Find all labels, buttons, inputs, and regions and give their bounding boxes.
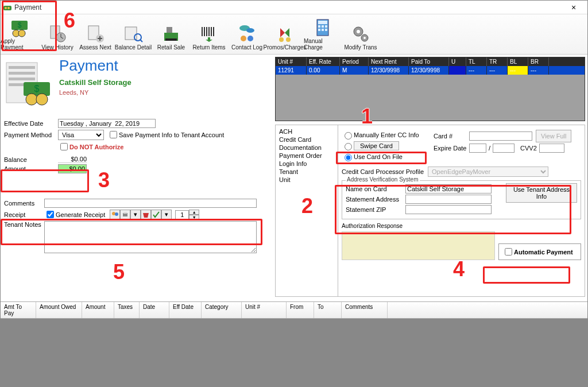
copies-down[interactable]: ▼ — [189, 215, 199, 220]
unit-col-header[interactable]: Paid To — [409, 57, 449, 66]
save-payment-checkbox[interactable] — [110, 131, 117, 138]
detail-col-header[interactable]: Taxes — [114, 302, 140, 318]
detail-col-header[interactable]: Amount Owed — [36, 302, 82, 318]
detail-col-header[interactable]: Eff Date — [169, 302, 202, 318]
promos-charges-button[interactable]: Promos/Charges — [266, 22, 304, 53]
unit-col-header[interactable]: BL — [508, 57, 528, 66]
people-mini-button[interactable] — [110, 210, 120, 220]
use-tenant-address-button[interactable]: Use Tenant Address Info — [506, 183, 577, 203]
unit-col-header[interactable]: TR — [487, 57, 508, 66]
tab-item[interactable]: Payment Order — [278, 152, 335, 160]
expire-year-input[interactable] — [493, 144, 514, 153]
unit-cell[interactable]: --- — [487, 66, 508, 75]
manual-charge-button[interactable]: Manual Charge — [304, 16, 342, 53]
tab-item[interactable]: Login Info — [278, 160, 335, 168]
detail-col-header[interactable]: To — [314, 302, 342, 318]
tab-item[interactable]: Tenant — [278, 168, 335, 176]
stmt-zip-input[interactable] — [405, 205, 492, 214]
unit-grid[interactable]: Unit #Eff. RatePeriodNext RentPaid ToUTL… — [275, 57, 585, 121]
assess-next-button[interactable]: Assess Next — [76, 22, 114, 53]
view-history-button[interactable]: View History — [38, 22, 76, 53]
card-number-input[interactable] — [469, 131, 532, 141]
svg-point-19 — [247, 36, 253, 41]
retail-sale-button[interactable]: Retail Sale — [152, 22, 190, 53]
confirm-dropdown[interactable]: ▾ — [161, 210, 172, 220]
right-panel: Unit #Eff. RatePeriodNext RentPaid ToUTL… — [275, 55, 587, 301]
detail-col-header[interactable]: Comments — [342, 302, 388, 318]
cvv-label: CVV2 — [520, 145, 537, 152]
close-button[interactable]: × — [562, 3, 585, 12]
swipe-card-radio[interactable] — [345, 143, 352, 150]
tab-item[interactable]: Credit Card — [278, 136, 335, 144]
expire-month-input[interactable] — [469, 144, 486, 153]
unit-cell[interactable]: --- — [528, 66, 549, 75]
window-title: Payment — [14, 3, 562, 11]
copies-up[interactable]: ▲ — [189, 210, 199, 215]
company-name: Catskill Self Storage — [59, 78, 131, 87]
unit-cell[interactable]: --- — [508, 66, 528, 75]
unit-cell[interactable]: M — [340, 66, 369, 75]
add-doc-icon — [85, 24, 106, 44]
unit-col-header[interactable]: TL — [466, 57, 487, 66]
print-mini-button[interactable] — [120, 210, 130, 220]
tab-item[interactable]: Unit — [278, 176, 335, 184]
detail-col-header[interactable]: Amount — [82, 302, 114, 318]
unit-col-header[interactable]: U — [449, 57, 466, 66]
annotation-4: 4 — [453, 257, 465, 281]
tab-list: ACHCredit CardDocumentationPayment Order… — [275, 125, 338, 297]
unit-cell[interactable]: 11291 — [276, 66, 307, 75]
payment-doc-icon: $ — [4, 57, 56, 109]
name-on-card-label: Name on Card — [346, 185, 405, 192]
do-not-authorize-checkbox[interactable] — [60, 143, 68, 150]
balance-detail-button[interactable]: Balance Detail — [114, 22, 152, 53]
name-on-card-input[interactable] — [405, 184, 492, 194]
detail-col-header[interactable]: Category — [202, 302, 242, 318]
auth-response-box — [342, 231, 495, 260]
modify-trans-button[interactable]: Modify Trans — [342, 22, 380, 53]
unit-cell[interactable] — [449, 66, 466, 75]
tab-item[interactable]: Documentation — [278, 144, 335, 152]
payment-method-select[interactable]: Visa — [58, 130, 104, 140]
effective-date-input[interactable] — [58, 119, 156, 128]
delete-mini-button[interactable] — [141, 210, 151, 220]
detail-grid-body[interactable] — [1, 319, 587, 387]
unit-cell[interactable]: 12/30/9998 — [409, 66, 449, 75]
stmt-address-input[interactable] — [405, 195, 492, 204]
unit-cell[interactable]: --- — [466, 66, 487, 75]
receipt-copies-input[interactable] — [175, 210, 189, 219]
unit-col-header[interactable]: Next Rent — [369, 57, 409, 66]
return-items-button[interactable]: Return Items — [190, 22, 228, 53]
apply-payment-button[interactable]: $ Apply Payment — [1, 16, 38, 53]
confirm-mini-button[interactable] — [151, 210, 161, 220]
card-on-file-radio[interactable] — [345, 154, 352, 161]
svg-point-21 — [286, 37, 291, 42]
swipe-card-button[interactable]: Swipe Card — [354, 141, 399, 150]
stmt-zip-label: Statement ZIP — [346, 206, 405, 213]
comments-input[interactable] — [44, 199, 257, 208]
effective-date-label: Effective Date — [4, 120, 58, 127]
unit-col-header[interactable]: BR — [528, 57, 549, 66]
manual-cc-radio[interactable] — [345, 132, 352, 140]
detail-col-header[interactable]: Date — [140, 302, 169, 318]
cvv-input[interactable] — [539, 144, 564, 153]
tab-item[interactable]: ACH — [278, 127, 335, 136]
unit-col-header[interactable]: Eff. Rate — [307, 57, 340, 66]
auth-response-label: Authorization Response — [342, 223, 581, 229]
detail-col-header[interactable]: From — [287, 302, 314, 318]
detail-col-header[interactable]: Unit # — [242, 302, 287, 318]
detail-grid-header: Amt To PayAmount OwedAmountTaxesDateEff … — [1, 301, 587, 319]
print-dropdown[interactable]: ▾ — [130, 210, 141, 220]
generate-receipt-checkbox[interactable] — [47, 211, 54, 218]
amount-input[interactable] — [58, 164, 87, 173]
view-full-button[interactable]: View Full — [536, 130, 571, 142]
svg-rect-15 — [165, 38, 177, 41]
tenant-notes-input[interactable] — [44, 221, 257, 253]
unit-cell[interactable]: 12/30/9998 — [369, 66, 409, 75]
contact-log-button[interactable]: Contact Log — [228, 22, 266, 53]
automatic-payment-checkbox[interactable] — [505, 248, 512, 256]
unit-col-header[interactable]: Period — [340, 57, 369, 66]
unit-cell[interactable]: 0.00 — [307, 66, 340, 75]
detail-col-header[interactable]: Amt To Pay — [1, 302, 36, 318]
automatic-payment-wrap[interactable]: Automatic Payment — [498, 243, 581, 260]
unit-col-header[interactable]: Unit # — [276, 57, 307, 66]
